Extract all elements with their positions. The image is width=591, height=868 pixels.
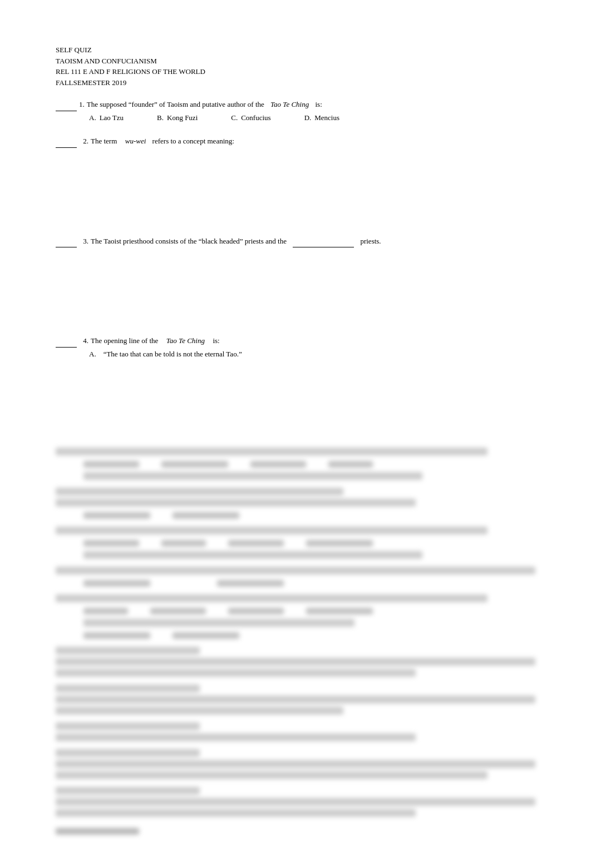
question-4: 4. The opening line of the Tao Te Ching … [56,335,535,431]
q1-opt-a-value: Lao Tzu [100,113,124,122]
q1-suffix: is: [315,99,322,111]
q2-term: wu-wei [125,136,146,147]
question-2: 2. The term wu-wei refers to a concept m… [56,136,535,222]
q1-opt-b-value: Kong Fuzi [167,113,198,122]
answer-blank-1 [56,99,77,111]
q3-inline-blank [293,236,354,248]
q2-number: 2. [83,136,88,147]
question-1: 1. The supposed “founder” of Taoism and … [56,99,535,122]
q1-option-d: D. Mencius [304,113,339,122]
document-header: SELF QUIZ TAOISM AND CONFUCIANISM REL 11… [56,44,535,88]
answer-blank-3 [56,236,77,248]
q1-opt-c-label: C. [231,113,238,122]
header-line2: TAOISM AND CONFUCIANISM [56,56,535,67]
question-3-line: 3. The Taoist priesthood consists of the… [56,236,535,248]
q4-opt-a-value: “The tao that can be told is not the ete… [104,350,242,358]
answer-blank-2 [56,136,77,148]
question-1-line: 1. The supposed “founder” of Taoism and … [56,99,535,111]
q1-opt-d-value: Mencius [314,113,339,122]
q2-answer-space [56,150,535,222]
q4-number: 4. [83,335,88,347]
q3-text: The Taoist priesthood consists of the “b… [91,236,287,247]
q4-title: Tao Te Ching [166,335,205,347]
q3-number: 3. [83,236,88,247]
q4-answer-space [56,359,535,431]
q1-option-b: B. Kong Fuzi [157,113,198,122]
q1-number: 1. [79,99,85,111]
q4-sub-option: A. “The tao that can be told is not the … [89,350,535,359]
q4-text: The opening line of the [91,335,158,347]
q2-prefix: The term [91,136,117,147]
header-line3: REL 111 E AND F RELIGIONS OF THE WORLD [56,66,535,77]
question-2-line: 2. The term wu-wei refers to a concept m… [56,136,535,148]
header-line1: SELF QUIZ [56,44,535,56]
q1-opt-c-value: Confucius [241,113,270,122]
q1-opt-b-label: B. [157,113,164,122]
q3-answer-space [56,250,535,322]
q3-suffix: priests. [360,236,381,247]
q1-option-c: C. Confucius [231,113,270,122]
q1-option-a: A. Lao Tzu [89,113,124,122]
q2-suffix: refers to a concept meaning: [152,136,234,147]
header-line4: FALLSEMESTER 2019 [56,77,535,88]
question-4-line: 4. The opening line of the Tao Te Ching … [56,335,535,348]
blurred-content [56,448,535,835]
q4-suffix: is: [213,335,219,347]
q1-opt-a-label: A. [89,113,96,122]
answer-blank-4 [56,335,77,348]
q1-opt-d-label: D. [304,113,312,122]
q1-text: The supposed “founder” of Taoism and put… [87,99,264,111]
q1-options: A. Lao Tzu B. Kong Fuzi C. Confucius D. … [89,113,535,122]
question-3: 3. The Taoist priesthood consists of the… [56,236,535,323]
q4-opt-a-label: A. [89,350,96,358]
q1-title: Tao Te Ching [270,99,309,111]
